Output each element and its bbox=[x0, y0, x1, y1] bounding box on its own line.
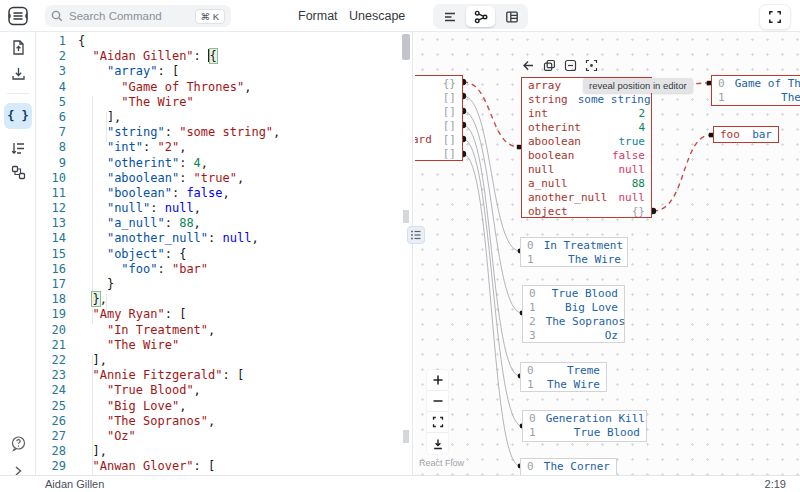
code-line: "Oz" bbox=[78, 429, 280, 444]
download-button[interactable] bbox=[0, 60, 36, 86]
app-logo-icon[interactable] bbox=[7, 5, 29, 27]
zoom-out-button[interactable] bbox=[427, 391, 448, 412]
line-number: 6 bbox=[36, 110, 66, 125]
help-icon bbox=[10, 435, 27, 452]
zoom-in-button[interactable] bbox=[427, 370, 448, 391]
node-row: Alice Farmer[] bbox=[415, 146, 462, 160]
graph-canvas[interactable]: Aidan Gillen{}Amy Ryan[]Annie Fitzgerald… bbox=[415, 32, 800, 475]
search-shortcut-kbd: ⌘ K bbox=[195, 9, 225, 24]
code-line: "foo": "bar" bbox=[78, 262, 280, 277]
node-row: 0The Corner bbox=[521, 459, 616, 473]
node-row: nullnull bbox=[522, 163, 651, 177]
react-flow-attribution: React Flow bbox=[419, 458, 464, 468]
code-line: ], bbox=[78, 110, 280, 125]
node-row: Annie Fitzgerald[] bbox=[415, 104, 462, 118]
root-object-node[interactable]: Aidan Gillen{}Amy Ryan[]Annie Fitzgerald… bbox=[415, 75, 463, 161]
copy-node-button[interactable] bbox=[542, 58, 556, 72]
amy-ryan-array-node[interactable]: 0In Treatment1The Wire bbox=[520, 237, 628, 267]
node-row: otherint4 bbox=[522, 120, 651, 134]
minus-icon bbox=[432, 395, 444, 407]
code-content[interactable]: { "Aidan Gillen": { "array": [ "Game of … bbox=[78, 34, 280, 474]
json-view-button-active[interactable]: { } bbox=[4, 103, 32, 129]
minus-square-icon bbox=[564, 59, 577, 72]
help-button[interactable] bbox=[0, 430, 36, 456]
status-bar: Aidan Gillen 2:19 bbox=[0, 475, 800, 492]
line-number: 25 bbox=[36, 399, 66, 414]
import-file-icon bbox=[10, 39, 27, 56]
code-line: "Aidan Gillen": { bbox=[78, 49, 280, 64]
node-row: Alexander Skarsgard[] bbox=[415, 132, 462, 146]
line-number: 21 bbox=[36, 338, 66, 353]
scrollbar-thumb[interactable] bbox=[402, 34, 410, 60]
selected-object-node[interactable]: arraystringsome stringint2otherint4abool… bbox=[521, 77, 652, 218]
node-row: a_null88 bbox=[522, 177, 651, 191]
canvas-controls bbox=[427, 370, 448, 454]
node-row: Amy Ryan[] bbox=[415, 90, 462, 104]
node-links-button[interactable] bbox=[0, 159, 36, 185]
json-braces-icon: { } bbox=[7, 109, 29, 123]
search-placeholder: Search Command bbox=[69, 10, 195, 22]
transform-filter-icon bbox=[10, 140, 27, 157]
code-line: }, bbox=[78, 292, 280, 307]
panel-resize-handle[interactable] bbox=[407, 226, 425, 244]
view-editor-lines-button[interactable] bbox=[435, 6, 464, 27]
search-input[interactable]: Search Command ⌘ K bbox=[45, 5, 231, 27]
code-line: "Annie Fitzgerald": [ bbox=[78, 368, 280, 383]
plus-icon bbox=[432, 374, 444, 386]
code-line: "int": "2", bbox=[78, 140, 280, 155]
fullscreen-button[interactable] bbox=[759, 4, 791, 30]
alice-farmer-array-node[interactable]: 0The Corner bbox=[520, 458, 617, 475]
collapse-node-button[interactable] bbox=[563, 58, 577, 72]
node-row: abooleantrue bbox=[522, 134, 651, 148]
line-number: 24 bbox=[36, 383, 66, 398]
fit-view-button[interactable] bbox=[427, 412, 448, 433]
node-row: 1Big Love bbox=[523, 300, 624, 314]
import-file-button[interactable] bbox=[0, 34, 36, 60]
editor-graph-divider bbox=[412, 32, 413, 475]
format-button[interactable]: Format bbox=[298, 0, 338, 32]
node-row: 0Game of Thrones bbox=[712, 76, 800, 90]
line-number: 23 bbox=[36, 368, 66, 383]
view-table-button[interactable] bbox=[497, 6, 526, 27]
code-line: "Big Love", bbox=[78, 399, 280, 414]
code-line: "Anwan Glover": [ bbox=[78, 459, 280, 474]
transform-button[interactable] bbox=[0, 135, 36, 161]
annie-fitzgerald-array-node[interactable]: 0True Blood1Big Love2The Sopranos3Oz bbox=[522, 285, 625, 343]
array-node[interactable]: 0Game of Thrones1The Wire bbox=[711, 75, 800, 106]
node-row: 1True Blood bbox=[523, 425, 646, 439]
node-row: stringsome string bbox=[522, 92, 651, 106]
line-number: 7 bbox=[36, 125, 66, 140]
code-line: "string": "some string", bbox=[78, 125, 280, 140]
unescape-button[interactable]: Unescape bbox=[349, 0, 405, 32]
fullscreen-icon bbox=[768, 10, 782, 24]
foo-bar-node[interactable]: foobar bbox=[713, 126, 779, 143]
line-number: 20 bbox=[36, 323, 66, 338]
code-line: "The Wire" bbox=[78, 95, 280, 110]
line-number: 11 bbox=[36, 186, 66, 201]
node-row: 3Oz bbox=[523, 328, 624, 342]
code-line: "True Blood", bbox=[78, 383, 280, 398]
code-line: ], bbox=[78, 444, 280, 459]
editor-scrollbar[interactable] bbox=[400, 32, 412, 475]
download-image-button[interactable] bbox=[427, 433, 448, 454]
line-number: 8 bbox=[36, 140, 66, 155]
code-line: "The Sopranos", bbox=[78, 414, 280, 429]
code-line: } bbox=[78, 277, 280, 292]
node-row: 0True Blood bbox=[523, 286, 624, 300]
reveal-tooltip: reveal position in editor bbox=[583, 78, 693, 93]
anwan-glover-array-node[interactable]: 0Treme1The Wire bbox=[520, 362, 607, 392]
view-toggle bbox=[433, 4, 528, 29]
line-number: 19 bbox=[36, 307, 66, 322]
json-code-editor[interactable]: 1234567891011121314151617181920212223242… bbox=[36, 32, 413, 475]
code-line: "boolean": false, bbox=[78, 186, 280, 201]
node-row: 2The Sopranos bbox=[523, 314, 624, 328]
view-graph-button[interactable] bbox=[466, 6, 495, 27]
line-number-gutter: 1234567891011121314151617181920212223242… bbox=[36, 34, 66, 474]
node-row: Anwan Glover[] bbox=[415, 118, 462, 132]
back-button[interactable] bbox=[521, 58, 535, 72]
focus-node-button[interactable] bbox=[584, 58, 598, 72]
line-number: 2 bbox=[36, 49, 66, 64]
node-row: int2 bbox=[522, 106, 651, 120]
alexander-skarsgard-array-node[interactable]: 0Generation Kill1True Blood bbox=[522, 410, 647, 442]
node-links-icon bbox=[10, 164, 27, 181]
